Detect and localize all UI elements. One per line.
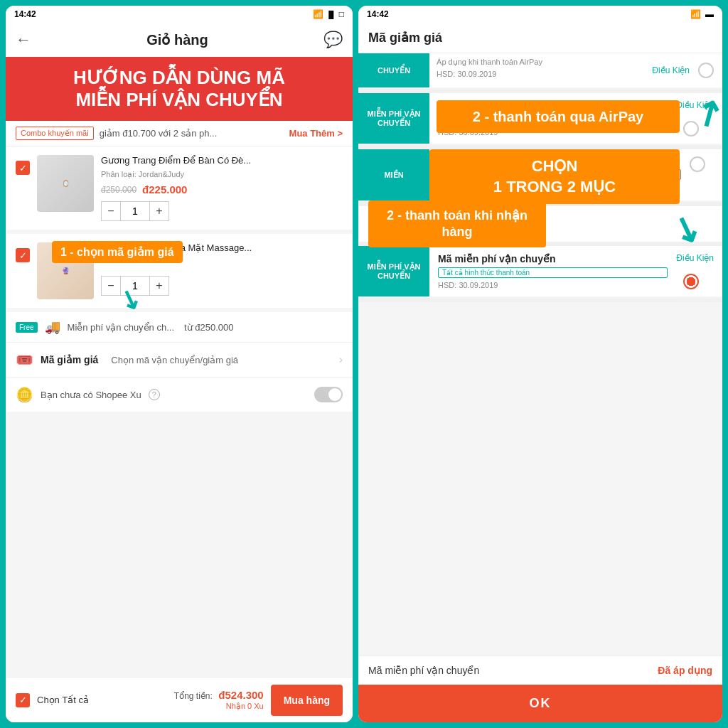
free-badge: Free bbox=[16, 322, 38, 333]
select-all-checkbox[interactable]: ✓ bbox=[16, 693, 30, 707]
combo-badge: Combo khuyến mãi bbox=[16, 127, 94, 140]
total-xu: Nhận 0 Xu bbox=[174, 702, 264, 711]
coupon-type-2: MIỀN bbox=[384, 171, 403, 180]
right-panel: 14:42 📶 ▬ Mã giảm giá CHUYỂN Áp dụng khi… bbox=[358, 6, 722, 722]
coupon-type-0: CHUYỂN bbox=[378, 66, 410, 75]
right-header: Mã giảm giá bbox=[358, 23, 722, 53]
qty-minus-1[interactable]: − bbox=[101, 201, 121, 221]
select-all-label: Chọn Tất cả bbox=[37, 695, 89, 705]
coupon-right-3: Mã miễn phí vận chuyển Tất cả hình thức … bbox=[429, 246, 676, 296]
left-panel: 14:42 📶 ▐▌ □ ← Giỏ hàng 💬 HƯỚNG DẪN DÙNG… bbox=[6, 6, 353, 722]
ok-button[interactable]: OK bbox=[358, 685, 722, 722]
xu-text: Bạn chưa có Shopee Xu bbox=[41, 390, 141, 400]
signal-icon: 📶 bbox=[313, 9, 323, 19]
battery-icon: □ bbox=[339, 9, 344, 19]
back-button[interactable]: ← bbox=[16, 31, 31, 49]
annotation-cod: 2 - thanh toán khi nhận hàng bbox=[368, 200, 546, 248]
product-image-1: 🪞 bbox=[37, 155, 94, 212]
coupon-exp-0: HSD: 30.09.2019 bbox=[437, 70, 645, 78]
annotation-airpay: 2 - thanh toán qua AirPay bbox=[437, 100, 680, 133]
chat-icon[interactable]: 💬 bbox=[323, 31, 343, 49]
coupon-left-3: MIỄN PHÍ VẬN CHUYỂN bbox=[358, 246, 429, 296]
applied-status: Đã áp dụng bbox=[658, 665, 712, 676]
coupon-tag-3: Tất cả hình thức thanh toán bbox=[438, 267, 668, 278]
coupon-cond-3[interactable]: Điều Kiện bbox=[676, 253, 714, 263]
coupon-type-1: MIỄN PHÍ VẬN CHUYỂN bbox=[361, 109, 427, 128]
right-signal-area: 📶 ▬ bbox=[690, 9, 714, 19]
coupon-right-actions-2 bbox=[690, 149, 722, 200]
annotation-section-cod: 2 - thanh toán khi nhận hàng ↘ bbox=[358, 206, 722, 242]
coupon-radio-1[interactable] bbox=[683, 121, 699, 136]
product-variant-1: Phân loại: Jordan&Judy bbox=[101, 170, 343, 179]
product-name-1: Gương Trang Điểm Để Bàn Có Đè... bbox=[101, 155, 343, 167]
right-battery-icon: ▬ bbox=[705, 9, 714, 19]
coupon-type-3: MIỄN PHÍ VẬN CHUYỂN bbox=[361, 262, 427, 281]
buy-button[interactable]: Mua hàng bbox=[271, 685, 343, 716]
product-checkbox-1[interactable]: ✓ bbox=[16, 161, 30, 175]
cod-text: 2 - thanh toán khi nhận hàng bbox=[387, 208, 528, 239]
mirror-product-img: 🪞 bbox=[62, 180, 70, 187]
banner-line1: HƯỚNG DẪN DÙNG MÃ bbox=[17, 67, 341, 89]
coupon-radio-3[interactable] bbox=[683, 274, 699, 289]
combo-desc: giảm đ10.700 với 2 sản ph... bbox=[100, 128, 218, 139]
shipping-row: Free 🚚 Miễn phí vận chuyển ch... từ đ250… bbox=[6, 312, 353, 343]
applied-label: Mã miễn phí vận chuyển bbox=[368, 665, 479, 676]
total-label: Tổng tiền: đ524.300 bbox=[174, 689, 264, 702]
coupon-section-1: MIỄN PHÍ VẬN CHUYỂN Mã miễn phí vận chuy… bbox=[358, 93, 722, 145]
price-new-1: đ225.000 bbox=[142, 183, 187, 196]
right-page-title: Mã giảm giá bbox=[368, 31, 442, 45]
total-section: Tổng tiền: đ524.300 Nhận 0 Xu bbox=[174, 689, 264, 711]
coupon-right-actions-3: Điều Kiện bbox=[676, 246, 722, 296]
left-time: 14:42 bbox=[14, 9, 36, 19]
coupon-item-3[interactable]: MIỄN PHÍ VẬN CHUYỂN Mã miễn phí vận chuy… bbox=[358, 246, 722, 296]
price-old-1: đ250.000 bbox=[101, 185, 136, 195]
bottom-bar: ✓ Chọn Tất cả Tổng tiền: đ524.300 Nhận 0… bbox=[6, 677, 353, 722]
coupon-tag-0: Áp dụng khi thanh toán AirPay bbox=[437, 58, 645, 67]
coupon-item-0[interactable]: CHUYỂN Áp dụng khi thanh toán AirPay HSD… bbox=[358, 53, 722, 87]
promo-banner: HƯỚNG DẪN DÙNG MÃ MIỄN PHÍ VẬN CHUYỂN bbox=[6, 57, 353, 121]
qty-control-1: − 1 + bbox=[101, 201, 343, 221]
app-header: ← Giỏ hàng 💬 bbox=[6, 23, 353, 57]
right-status-bar: 14:42 📶 ▬ bbox=[358, 6, 722, 23]
left-status-bar: 14:42 📶 ▐▌ □ bbox=[6, 6, 353, 23]
coupons-list: CHUYỂN Áp dụng khi thanh toán AirPay HSD… bbox=[358, 53, 722, 655]
qty-plus-1[interactable]: + bbox=[149, 201, 169, 221]
discount-row[interactable]: 🎟️ Mã giảm giá Chọn mã vận chuyển/giảm g… bbox=[6, 343, 353, 378]
coupon-radio-2[interactable] bbox=[690, 156, 705, 172]
page-title: Giỏ hàng bbox=[146, 31, 208, 48]
coupon-radio-0[interactable] bbox=[698, 63, 714, 78]
product-checkbox-2[interactable]: ✓ bbox=[16, 248, 30, 262]
annotation-choose-coupon: 1 - chọn mã giảm giá bbox=[52, 241, 183, 263]
product-prices-1: đ250.000 đ225.000 bbox=[101, 183, 343, 196]
choose-one-text: CHỌN1 TRONG 2 MỤC bbox=[493, 157, 616, 196]
right-signal-icon: 📶 bbox=[690, 9, 701, 19]
coupon-right-0: Áp dụng khi thanh toán AirPay HSD: 30.09… bbox=[429, 53, 652, 87]
qty-plus-2[interactable]: + bbox=[149, 276, 169, 296]
left-signal-area: 📶 ▐▌ □ bbox=[313, 9, 344, 19]
massager-img: 🔮 bbox=[62, 267, 70, 274]
qty-minus-2[interactable]: − bbox=[101, 276, 121, 296]
discount-icon: 🎟️ bbox=[16, 351, 33, 368]
annotation-choose-one: CHỌN1 TRONG 2 MỤC bbox=[429, 149, 680, 204]
product-item-1: ✓ 🪞 Gương Trang Điểm Để Bàn Có Đè... Phâ… bbox=[6, 146, 353, 234]
banner-line2: MIỄN PHÍ VẬN CHUYỂN bbox=[17, 89, 341, 111]
xu-toggle[interactable] bbox=[314, 387, 343, 402]
coupon-title-3: Mã miễn phí vận chuyển bbox=[438, 253, 668, 264]
coupon-left-1: MIỄN PHÍ VẬN CHUYỂN bbox=[358, 93, 429, 144]
coupon-exp-3: HSD: 30.09.2019 bbox=[438, 281, 668, 289]
coupon-section-2: MIỀN ...chuyến thanh toán AirPay 2019 CH… bbox=[358, 149, 722, 202]
coupon-left-0: CHUYỂN bbox=[358, 53, 429, 87]
question-mark-icon[interactable]: ? bbox=[149, 389, 160, 400]
total-label-text: Tổng tiền: bbox=[174, 691, 213, 701]
shopee-coin-icon: 🪙 bbox=[16, 386, 33, 403]
product-info-1: Gương Trang Điểm Để Bàn Có Đè... Phân lo… bbox=[101, 155, 343, 221]
discount-value: Chọn mã vận chuyển/giảm giá bbox=[111, 355, 238, 365]
coupon-left-2: MIỀN bbox=[358, 149, 429, 200]
coupon-cond-0[interactable]: Điều Kiện bbox=[652, 65, 690, 75]
combo-link[interactable]: Mua Thêm > bbox=[289, 128, 343, 139]
truck-icon: 🚚 bbox=[45, 319, 60, 335]
applied-row: Mã miễn phí vận chuyển Đã áp dụng bbox=[358, 655, 722, 685]
coupon-divider-4 bbox=[358, 298, 722, 302]
combo-bar: Combo khuyến mãi giảm đ10.700 với 2 sản … bbox=[6, 121, 353, 146]
xu-row: 🪙 Bạn chưa có Shopee Xu ? bbox=[6, 378, 353, 416]
